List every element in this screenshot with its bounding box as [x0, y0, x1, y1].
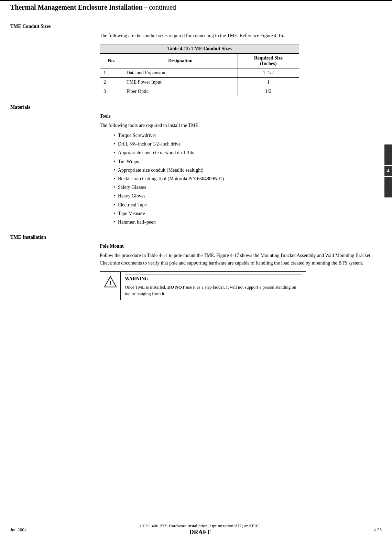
col-header-designation: Designation — [123, 54, 238, 68]
list-item: Torque Screwdriver — [113, 131, 375, 140]
section-label-tme-installation: TME Installation — [10, 235, 375, 240]
table-row: 2 TME Power Input 1 — [100, 78, 299, 87]
row2-size: 1 — [238, 78, 299, 87]
tools-intro: The following tools are required to inst… — [100, 122, 375, 129]
section-label-materials: Materials — [10, 105, 375, 110]
tools-list: Torque Screwdriver Drill, 3/8–inch or 1/… — [113, 131, 375, 226]
page-footer: Jun 2004 1X SC480 BTS Hardware Installat… — [0, 521, 392, 538]
warning-title: WARNING — [125, 276, 302, 282]
footer-center: 1X SC480 BTS Hardware Installation, Opti… — [26, 523, 373, 536]
row1-no: 1 — [100, 68, 123, 78]
row3-no: 3 — [100, 87, 123, 96]
page-header: Thermal Management Enclosure Installatio… — [0, 0, 392, 14]
list-item: Appropriate concrete or wood drill Bits — [113, 148, 375, 157]
col-header-size: Required Size(Inches) — [238, 54, 299, 68]
warning-box: ! WARNING Once TME is installed, DO NOT … — [100, 271, 306, 300]
tools-header: Tools — [100, 114, 375, 119]
conduit-sizes-table: Table 4-13: TME Conduit Sizes No. Design… — [100, 44, 299, 96]
table-row: 3 Fiber Optic 1/2 — [100, 87, 299, 96]
row1-designation: Data and Expansion — [123, 68, 238, 78]
list-item: Bucklestrap Cutting Tool (Motorola P/N 6… — [113, 174, 375, 183]
pole-mount-header: Pole Mount — [100, 244, 375, 249]
row3-designation: Fiber Optic — [123, 87, 238, 96]
header-subtitle-text: – continued — [144, 3, 176, 11]
row3-size: 1/2 — [238, 87, 299, 96]
col-header-no: No. — [100, 54, 123, 68]
side-tab-dark-bottom — [384, 177, 392, 197]
warning-content: WARNING Once TME is installed, DO NOT us… — [121, 272, 306, 300]
list-item: Heavy Gloves — [113, 192, 375, 200]
list-item: Electrical Tape — [113, 201, 375, 209]
section-materials: Materials Tools The following tools are … — [10, 105, 375, 226]
warning-bold-text: DO NOT — [167, 284, 185, 290]
footer-draft: DRAFT — [26, 529, 373, 536]
conduit-sizes-table-wrapper: Table 4-13: TME Conduit Sizes No. Design… — [100, 44, 375, 96]
list-item-safety-glasses: Safety Glasses — [113, 183, 375, 192]
table-col-header-row: No. Designation Required Size(Inches) — [100, 54, 299, 68]
row2-designation: TME Power Input — [123, 78, 238, 87]
list-item: Hammer, ball–peen — [113, 218, 375, 226]
page-container: Thermal Management Enclosure Installatio… — [0, 0, 392, 538]
section-tme-conduit-sizes: TME Conduit Sizes The following are the … — [10, 24, 375, 96]
list-item: Drill, 3/8–inch or 1/2–inch drive — [113, 140, 375, 148]
warning-icon-area: ! — [100, 272, 121, 300]
main-content: TME Conduit Sizes The following are the … — [0, 14, 392, 308]
side-tab-number: 4 — [384, 166, 392, 176]
svg-text:!: ! — [109, 280, 111, 286]
header-title-text: Thermal Management Enclosure Installatio… — [10, 3, 143, 11]
page-header-title: Thermal Management Enclosure Installatio… — [10, 3, 176, 11]
row2-no: 2 — [100, 78, 123, 87]
table-title-suffix: TME Conduit Sizes — [190, 46, 232, 51]
tools-subsection: Tools The following tools are required t… — [10, 114, 375, 226]
pole-mount-subsection: Pole Mount Follow the procedure in Table… — [10, 244, 375, 300]
section-tme-installation: TME Installation Pole Mount Follow the p… — [10, 235, 375, 300]
side-tab: 4 — [384, 144, 392, 197]
list-item: Tie–Wraps — [113, 157, 375, 166]
table-row: 1 Data and Expansion 1–1/2 — [100, 68, 299, 78]
footer-doc-title: 1X SC480 BTS Hardware Installation, Opti… — [26, 523, 373, 529]
warning-text-before: Once TME is installed, — [125, 284, 167, 290]
footer-page-number: 4-23 — [373, 527, 382, 532]
row1-size: 1–1/2 — [238, 68, 299, 78]
footer-date: Jun 2004 — [10, 527, 26, 532]
side-tab-dark-top — [384, 144, 392, 165]
warning-text: Once TME is installed, DO NOT use it as … — [125, 284, 302, 297]
list-item: Appropriate size conduit (Metallic sealt… — [113, 166, 375, 174]
table-title: Table 4-13: — [167, 46, 190, 51]
list-item-tape-measure: Tape Measure — [113, 209, 375, 218]
table-title-row: Table 4-13: TME Conduit Sizes — [100, 44, 299, 54]
warning-divider-top — [125, 275, 302, 275]
conduit-sizes-body-text: The following are the conduit sizes requ… — [100, 32, 375, 39]
section-label-tme-conduit: TME Conduit Sizes — [10, 24, 375, 29]
pole-mount-text: Follow the procedure in Table 4-14 to po… — [100, 252, 375, 267]
warning-triangle-icon: ! — [104, 275, 117, 288]
